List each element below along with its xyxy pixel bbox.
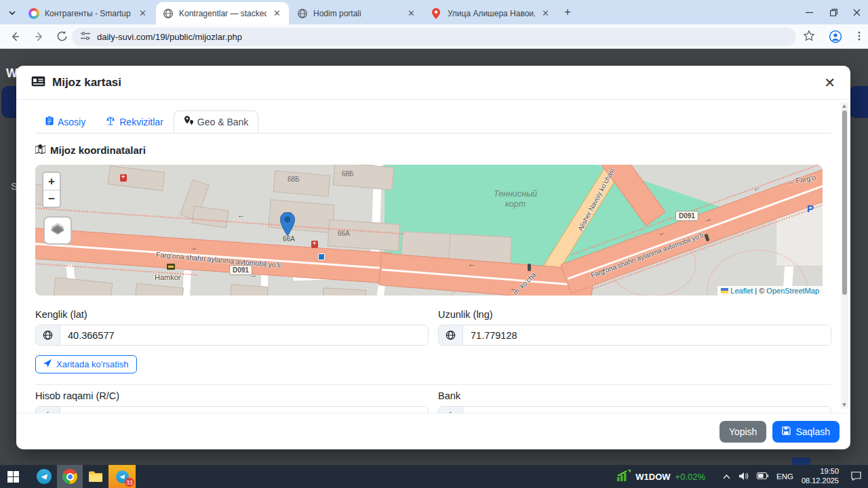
show-on-map-button[interactable]: Xaritada ko'rsatish <box>35 355 137 373</box>
direction-arrow-icon: ← <box>468 260 475 268</box>
attribution-separator: | © <box>755 287 764 295</box>
back-icon[interactable] <box>8 30 22 43</box>
menu-kebab-icon[interactable] <box>853 30 867 43</box>
scrollbar-thumb[interactable] <box>842 110 847 295</box>
bookmark-star-icon[interactable] <box>803 30 816 43</box>
account-input[interactable] <box>60 407 428 413</box>
scroll-down-arrow-icon[interactable] <box>842 403 846 407</box>
tab-close-icon[interactable]: ✕ <box>540 8 551 18</box>
tab-title: Hodim portali <box>313 9 401 18</box>
news-widget[interactable]: W1DOW +0.02% <box>617 470 705 483</box>
map-marker[interactable] <box>280 212 295 239</box>
globe-favicon-icon <box>297 8 308 19</box>
tab-rekvizitlar[interactable]: Rekvizitlar <box>96 110 174 133</box>
map-pin-group-icon <box>184 116 193 127</box>
modal-footer: Yopish Saqlash <box>16 413 850 449</box>
time: 19:50 <box>802 467 839 476</box>
smartup-favicon-icon <box>28 8 39 19</box>
section-divider <box>35 384 831 385</box>
browser-tab-kontragentlar[interactable]: Kontragentlar — stacked moda ✕ <box>156 2 289 24</box>
clock[interactable]: 19:50 08.12.2025 <box>802 467 839 486</box>
profile-avatar-icon[interactable] <box>829 30 842 43</box>
start-button[interactable] <box>0 465 26 488</box>
tab-geo-bank[interactable]: Geo & Bank <box>174 110 259 133</box>
speaker-icon[interactable] <box>738 472 749 482</box>
notification-badge: 33 <box>125 478 134 487</box>
window-close-button[interactable] <box>845 0 868 24</box>
stock-chart-icon <box>617 470 631 483</box>
window-minimize-button[interactable] <box>797 0 821 24</box>
bank-row: Hisob raqami (R/C) Bank <box>35 390 831 413</box>
account-label: Hisob raqami (R/C) <box>35 390 429 401</box>
bank-building-icon <box>36 407 60 413</box>
reload-icon[interactable] <box>56 30 69 43</box>
globe-icon <box>36 325 60 345</box>
zoom-out-button[interactable]: − <box>43 190 60 208</box>
modal-scrollbar[interactable] <box>841 102 848 409</box>
direction-arrow-icon: → <box>190 243 197 251</box>
globe-favicon-icon <box>163 8 174 19</box>
tab-search-chevron-icon[interactable] <box>5 6 19 20</box>
chrome-taskbar-icon[interactable] <box>57 465 83 488</box>
tab-title: Улица Алишера Навои, 65 — <box>448 9 535 18</box>
modal-header: Mijoz kartasi ✕ <box>16 66 850 100</box>
new-tab-button[interactable]: + <box>564 5 571 19</box>
telegram-app-tile[interactable]: 33 <box>108 465 136 488</box>
building-number: 68Б <box>342 170 354 178</box>
action-center-icon[interactable] <box>851 471 861 482</box>
building-number: 66A <box>338 230 350 237</box>
taskbar: 33 W1DOW +0.02% ENG 19:50 08.12.2025 <box>0 465 868 488</box>
leaflet-link[interactable]: Leaflet <box>730 287 753 295</box>
zoom-control: + − <box>42 171 61 208</box>
language-indicator[interactable]: ENG <box>776 472 793 481</box>
section-header: Mijoz koordinatalari <box>35 144 831 156</box>
file-explorer-icon[interactable] <box>83 465 108 488</box>
road-shield: D091 <box>675 211 698 221</box>
battery-icon[interactable] <box>757 472 768 481</box>
bank-input[interactable] <box>463 407 831 413</box>
map-attribution: Leaflet | © OpenStreetMap <box>717 286 823 296</box>
system-tray: ENG 19:50 08.12.2025 <box>723 467 861 486</box>
parking-label: P <box>807 203 814 214</box>
lat-label: Kenglik (lat) <box>35 309 429 320</box>
scales-icon <box>106 116 115 127</box>
lng-input[interactable] <box>463 325 831 345</box>
leaflet-map[interactable]: Fargʻona shahri aylanma avtomobil yoʻli … <box>35 165 823 296</box>
browser-tabstrip: Контрагенты - Smartup ✕ Kontragentlar — … <box>0 0 868 24</box>
modal-close-icon[interactable]: ✕ <box>824 76 835 89</box>
layers-control[interactable] <box>43 216 72 245</box>
tab-close-icon[interactable]: ✕ <box>272 8 282 18</box>
coordinates-row: Kenglik (lat) Uzunlik (lng) <box>35 309 831 346</box>
osm-link[interactable]: OpenStreetMap <box>766 287 819 295</box>
background-button-fragment <box>849 86 868 118</box>
map-building <box>230 284 268 296</box>
clipboard-icon <box>45 116 54 127</box>
date: 08.12.2025 <box>802 476 839 486</box>
browser-tab-smartup[interactable]: Контрагенты - Smartup ✕ <box>22 2 155 24</box>
close-modal-button[interactable]: Yopish <box>719 421 767 443</box>
lat-input[interactable] <box>60 325 428 345</box>
forward-icon[interactable] <box>33 30 46 43</box>
save-button[interactable]: Saqlash <box>772 421 840 443</box>
scroll-up-arrow-icon[interactable] <box>842 104 846 108</box>
tab-close-icon[interactable]: ✕ <box>138 8 148 18</box>
map-building <box>135 283 184 296</box>
site-info-icon[interactable] <box>80 30 91 44</box>
section-title: Mijoz koordinatalari <box>50 144 146 156</box>
zoom-in-button[interactable]: + <box>43 173 60 190</box>
tray-chevron-icon[interactable] <box>723 472 730 481</box>
bank-building-icon <box>439 407 463 413</box>
tab-close-icon[interactable]: ✕ <box>406 8 416 18</box>
address-bar[interactable]: daily-suvi.com/19l/public/mijozlar.php <box>72 28 796 46</box>
browser-tab-maps[interactable]: Улица Алишера Навои, 65 — ✕ <box>425 2 557 24</box>
globe-icon <box>439 325 463 345</box>
bank-icon <box>167 264 175 270</box>
tab-asosiy[interactable]: Asosiy <box>35 110 96 133</box>
ukraine-flag-icon <box>721 288 728 293</box>
telegram-taskbar-icon[interactable] <box>31 465 57 488</box>
browser-tab-hodim[interactable]: Hodim portali ✕ <box>290 2 423 24</box>
lat-input-group <box>35 325 429 346</box>
window-restore-button[interactable] <box>822 0 845 24</box>
floppy-disk-icon <box>782 426 791 437</box>
bank-label: Bank <box>438 390 831 401</box>
